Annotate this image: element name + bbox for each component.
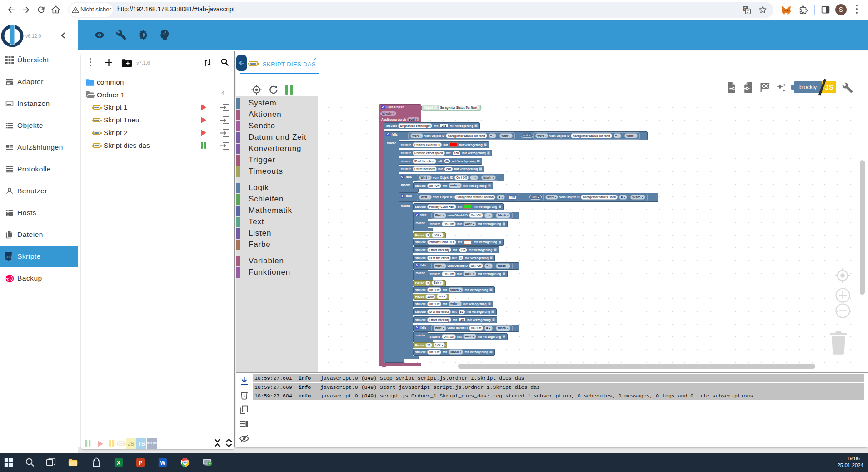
svg-text:JS: JS xyxy=(6,254,11,259)
svg-text:X: X xyxy=(117,460,120,466)
svg-text:W: W xyxy=(160,460,165,466)
svg-text:P: P xyxy=(139,460,142,466)
